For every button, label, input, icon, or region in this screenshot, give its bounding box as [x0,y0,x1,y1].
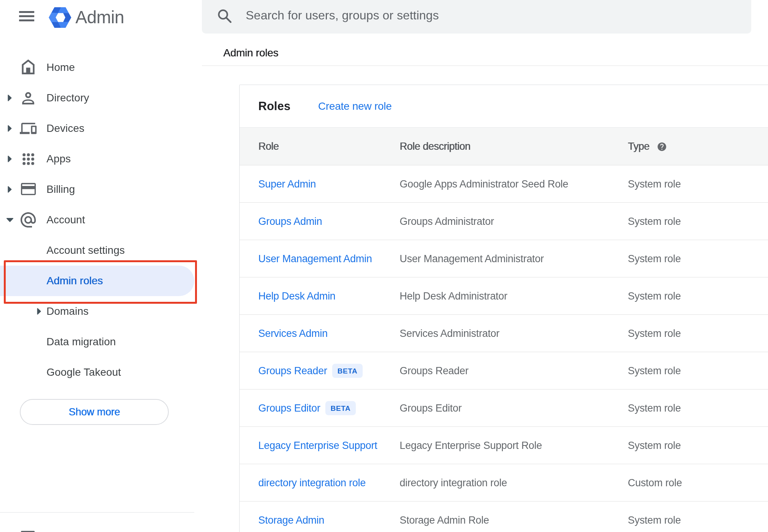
top-app-bar: Admin Search for users, groups or settin… [0,0,768,38]
table-row[interactable]: Groups Editor BETA Groups Editor System … [240,389,768,427]
role-link[interactable]: Legacy Enterprise Support [258,439,377,451]
sidebar-item-devices[interactable]: Devices [0,113,202,144]
breadcrumb: Admin roles [223,47,278,59]
collapse-down-icon[interactable] [6,218,14,222]
role-link[interactable]: User Management Admin [258,253,372,264]
annotation-red-box [4,260,197,304]
show-more-button[interactable]: Show more [20,399,169,425]
expand-right-icon[interactable] [8,94,12,102]
role-type: Custom role [628,477,682,489]
sidebar-item-label: Billing [46,183,75,195]
role-link-label[interactable]: Groups Editor [258,402,320,414]
role-description: Groups Administrator [400,215,494,227]
beta-badge: BETA [325,401,356,415]
expand-right-icon[interactable] [37,308,41,315]
table-row[interactable]: Help Desk Admin Help Desk Administrator … [240,277,768,315]
role-type: System role [628,365,681,377]
person-icon [19,89,37,107]
expand-right-icon[interactable] [8,155,12,163]
role-link[interactable]: Super Admin [258,178,316,190]
roles-card: Roles Create new role Role Role descript… [239,85,768,532]
create-new-role-link[interactable]: Create new role [318,100,392,112]
sidebar-item-directory[interactable]: Directory [0,83,202,113]
role-link[interactable]: Groups Editor BETA [258,401,356,415]
role-type: System role [628,327,681,339]
sidebar-item-label: Google Takeout [46,366,121,378]
home-icon [19,58,37,77]
role-type: System role [628,290,681,302]
beta-badge: BETA [332,364,363,378]
table-row[interactable]: Legacy Enterprise Support Legacy Enterpr… [240,427,768,464]
role-link[interactable]: directory integration role [258,477,366,489]
sidebar-item-label: Apps [46,153,71,165]
table-row[interactable]: Super Admin Google Apps Administrator Se… [240,165,768,203]
sidebar-item-account[interactable]: Account [0,205,202,235]
role-link[interactable]: Help Desk Admin [258,290,336,302]
role-link[interactable]: Groups Admin [258,215,322,227]
card-header: Roles Create new role [240,85,768,127]
sidebar-item-label: Account settings [46,244,125,256]
column-header-type: Type [628,141,667,152]
sidebar-item-label: Devices [46,122,85,135]
table-row[interactable]: Storage Admin Storage Admin Role System … [240,502,768,532]
at-sign-icon [19,211,37,229]
column-header-role-description: Role description [400,141,470,152]
role-type: System role [628,253,681,264]
role-description: Google Apps Administrator Seed Role [400,178,568,190]
sidebar-item-apps[interactable]: Apps [0,144,202,174]
role-description: Legacy Enterprise Support Role [400,439,542,451]
sidebar-item-home[interactable]: Home [0,52,202,83]
product-title: Admin [75,7,124,27]
sidebar-item-data-migration[interactable]: Data migration [0,327,202,357]
sidebar-item-label: Data migration [46,336,116,348]
role-description: Groups Reader [400,365,469,377]
sidebar-item-billing[interactable]: Billing [0,174,202,205]
table-row[interactable]: Services Admin Services Administrator Sy… [240,315,768,352]
table-row[interactable]: Groups Reader BETA Groups Reader System … [240,352,768,389]
table-row[interactable]: Groups Admin Groups Administrator System… [240,203,768,240]
expand-right-icon[interactable] [8,125,12,132]
apps-grid-icon [19,150,37,168]
role-type: System role [628,215,681,227]
sidebar-item-label: Directory [46,92,89,104]
role-link[interactable]: Groups Reader BETA [258,364,363,378]
role-link[interactable]: Storage Admin [258,514,324,526]
search-input[interactable]: Search for users, groups or settings [246,0,439,34]
role-type: System role [628,402,681,414]
role-description: Services Administrator [400,327,499,339]
sidebar-divider [0,512,194,513]
sidebar-item-label: Domains [46,305,88,317]
help-icon[interactable] [657,142,667,152]
role-link[interactable]: Services Admin [258,327,328,339]
role-description: User Management Administrator [400,253,544,264]
column-header-role: Role [258,141,279,152]
role-type: System role [628,178,681,190]
sidebar-item-label: Home [46,61,75,74]
table-row[interactable]: User Management Admin User Management Ad… [240,240,768,277]
credit-card-icon [19,180,37,199]
sidebar-item-google-takeout[interactable]: Google Takeout [0,357,202,388]
google-admin-logo-icon [49,7,71,28]
expand-right-icon[interactable] [8,186,12,193]
sidebar-navigation: Home Directory Devices [0,52,202,388]
search-icon [217,8,232,24]
breadcrumb-divider [202,66,768,66]
page-title: Roles [258,99,290,113]
role-type: System role [628,439,681,451]
role-description: Help Desk Administrator [400,290,507,302]
role-type: System role [628,514,681,526]
role-description: directory integration role [400,477,507,489]
table-row[interactable]: directory integration role directory int… [240,464,768,502]
role-description: Groups Editor [400,402,462,414]
role-description: Storage Admin Role [400,514,489,526]
search-bar[interactable]: Search for users, groups or settings [202,0,751,34]
sidebar-item-label: Account [46,214,85,226]
devices-icon [19,119,37,138]
hamburger-menu-icon[interactable] [19,11,34,21]
table-header-row: Role Role description Type [240,127,768,165]
role-link-label[interactable]: Groups Reader [258,365,327,377]
